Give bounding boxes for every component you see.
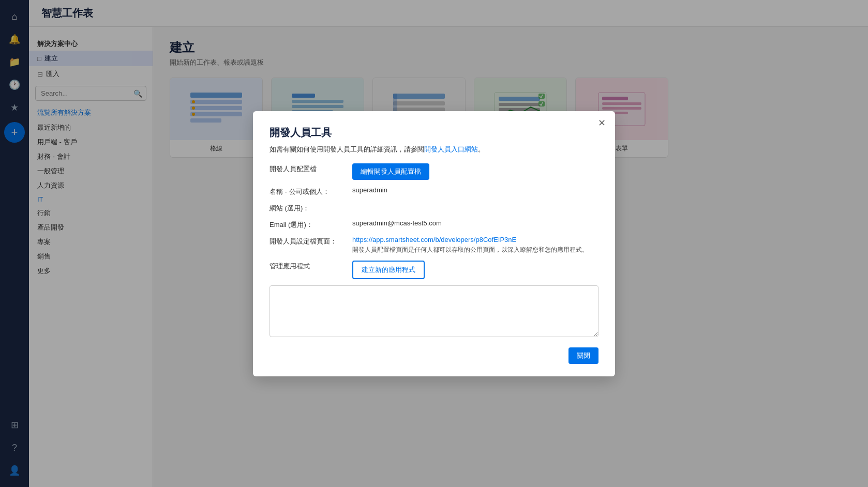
modal-manage-apps-row: 管理應用程式 建立新的應用程式 <box>270 261 598 279</box>
edit-profile-button[interactable]: 編輯開發人員配置檔 <box>352 163 429 180</box>
modal-portal-link[interactable]: 開發人員入口網站 <box>424 145 478 153</box>
modal-textarea-wrapper <box>270 283 598 339</box>
modal-manage-apps-label: 管理應用程式 <box>270 261 352 271</box>
modal-profile-page-desc: 開發人員配置檔頁面是任何人都可以存取的公用頁面，以深入瞭解您和您的應用程式。 <box>352 246 598 254</box>
modal-profile-page-value: https://app.smartsheet.com/b/developers/… <box>352 236 598 254</box>
modal-title: 開發人員工具 <box>270 126 598 140</box>
modal-website-label: 網站 (選用)： <box>270 203 352 213</box>
modal-manage-apps-value: 建立新的應用程式 <box>352 261 598 279</box>
modal-dialog: ✕ 開發人員工具 如需有關如何使用開發人員工具的詳細資訊，請參閱開發人員入口網站… <box>253 111 615 376</box>
modal-name-row: 名稱 - 公司或個人： superadmin <box>270 186 598 196</box>
modal-profile-label: 開發人員配置檔 <box>270 163 352 174</box>
modal-website-row: 網站 (選用)： <box>270 203 598 213</box>
modal-email-row: Email (選用)： superadmin@mcas-test5.com <box>270 219 598 230</box>
modal-description: 如需有關如何使用開發人員工具的詳細資訊，請參閱開發人員入口網站。 <box>270 145 598 154</box>
modal-close-btn[interactable]: 關閉 <box>568 347 598 364</box>
modal-email-value: superadmin@mcas-test5.com <box>352 219 598 227</box>
modal-close-button[interactable]: ✕ <box>598 118 606 128</box>
modal-apps-textarea[interactable] <box>270 285 598 337</box>
modal-desc-text: 如需有關如何使用開發人員工具的詳細資訊，請參閱 <box>270 145 424 153</box>
modal-profile-page-row: 開發人員設定檔頁面： https://app.smartsheet.com/b/… <box>270 236 598 254</box>
modal-profile-page-link[interactable]: https://app.smartsheet.com/b/developers/… <box>352 236 516 244</box>
modal-profile-value: 編輯開發人員配置檔 <box>352 163 598 180</box>
modal-profile-row: 開發人員配置檔 編輯開發人員配置檔 <box>270 163 598 180</box>
modal-name-value: superadmin <box>352 186 598 194</box>
create-app-button[interactable]: 建立新的應用程式 <box>352 261 425 279</box>
modal-email-label: Email (選用)： <box>270 219 352 230</box>
modal-overlay: ✕ 開發人員工具 如需有關如何使用開發人員工具的詳細資訊，請參閱開發人員入口網站… <box>0 0 868 487</box>
modal-footer: 關閉 <box>270 347 598 364</box>
modal-name-label: 名稱 - 公司或個人： <box>270 186 352 196</box>
modal-profile-page-label: 開發人員設定檔頁面： <box>270 236 352 246</box>
